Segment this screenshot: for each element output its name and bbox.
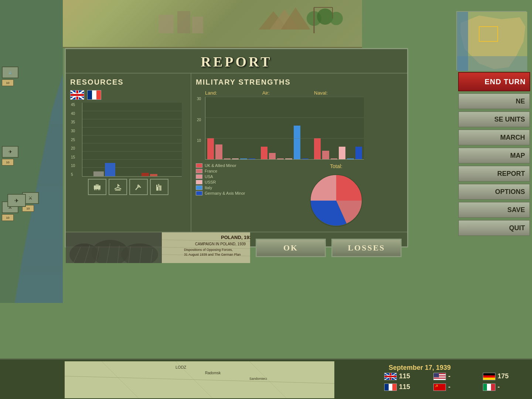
- poland-map-inset: POLAND, 1939 CAMPAIGN IN POLAND, 1939 Di…: [162, 232, 250, 263]
- naval-bar-usa: [331, 158, 337, 159]
- mil-grid-30: [205, 97, 364, 97]
- report-button[interactable]: REPORT: [458, 166, 530, 182]
- march-button[interactable]: MARCH: [458, 129, 530, 146]
- dialog-bottom-row: POLAND, 1939 CAMPAIGN IN POLAND, 1939 Di…: [66, 232, 407, 263]
- se-units-label: SE UNITS: [494, 116, 525, 123]
- legend-color-ussr: [196, 180, 202, 184]
- france-flag: [87, 90, 101, 100]
- svg-rect-28: [156, 187, 158, 191]
- troops-svg: [66, 232, 162, 263]
- svg-text:31 August 1939 and The German : 31 August 1939 and The German Plan: [184, 253, 241, 256]
- legend-color-italy: [196, 185, 202, 190]
- production-icon: [155, 183, 164, 191]
- minimap-svg: [457, 12, 527, 71]
- quit-button[interactable]: QUIT: [458, 220, 530, 236]
- status-france-count: 115: [399, 383, 410, 391]
- naval-bar-italy: [347, 158, 354, 159]
- end-turn-button[interactable]: END TURN: [458, 72, 530, 91]
- category-labels: Land: Air: Naval:: [205, 90, 403, 96]
- legend-label-uk: UK & Allied Minor: [205, 163, 236, 168]
- naval-label: Naval:: [314, 90, 362, 96]
- ok-button[interactable]: OK: [256, 239, 326, 257]
- air-bar-usa: [277, 158, 284, 159]
- left-unit-num-2: 10: [2, 159, 14, 166]
- air-bar-france: [269, 153, 276, 159]
- status-germany: 175: [483, 372, 525, 380]
- resources-panel: RESOURCES 45: [66, 74, 191, 232]
- y-label-15: 15: [71, 155, 75, 159]
- report-title: REPORT: [66, 49, 407, 73]
- bar-red-2: [150, 174, 157, 176]
- svg-point-6: [330, 12, 343, 25]
- status-uk: 115: [384, 372, 426, 380]
- resource-icon-buttons: [70, 179, 186, 195]
- ground-icon: [93, 183, 102, 191]
- resources-chart: 45 40 35 30 25 20 15 10 5: [82, 103, 186, 177]
- status-france-flag: [384, 383, 397, 391]
- pie-total-label: Total:: [330, 163, 342, 169]
- report-dialog: REPORT RESOURCES: [65, 48, 408, 248]
- naval-bar-uk: [314, 138, 321, 159]
- ne-label: NE: [516, 98, 525, 105]
- y-label-35: 35: [71, 120, 75, 124]
- legend-item-uk: UK & Allied Minor: [196, 163, 270, 168]
- save-button[interactable]: SAVE: [458, 202, 530, 218]
- grid-line-2: [82, 119, 182, 119]
- legend-item-germany: Germany & Axis Minor: [196, 191, 270, 195]
- grid-line-3: [82, 127, 182, 127]
- status-ussr: ☭ -: [433, 383, 475, 391]
- legend-item-ussr: USSR: [196, 180, 270, 184]
- left-unit-plane: ✈: [7, 194, 26, 207]
- se-units-button[interactable]: SE UNITS: [458, 111, 530, 127]
- losses-button[interactable]: LOSSES: [331, 239, 402, 257]
- status-uk-ch: [385, 376, 396, 377]
- status-ussr-flag: ☭: [433, 383, 446, 391]
- legend-item-italy: Italy: [196, 185, 270, 190]
- air-bar-uk: [261, 147, 267, 159]
- left-unit-1: ⚓: [2, 66, 18, 78]
- legend-color-france: [196, 169, 202, 173]
- legend-item-usa: USA: [196, 174, 270, 179]
- usa-stripe3: [434, 379, 446, 380]
- left-unit-2: ✈: [2, 146, 18, 158]
- resource-btn-ground[interactable]: [88, 179, 106, 195]
- resource-btn-mining[interactable]: [129, 179, 148, 195]
- legend-label-italy: Italy: [205, 185, 212, 190]
- svg-rect-31: [158, 184, 159, 187]
- resources-title: RESOURCES: [70, 78, 186, 86]
- ne-button[interactable]: NE: [458, 93, 530, 109]
- uk-flag: [70, 90, 84, 100]
- air-bar-germany: [302, 158, 308, 159]
- quit-label: QUIT: [509, 224, 525, 232]
- svg-point-27: [137, 185, 140, 187]
- ussr-hammer: ☭: [435, 384, 438, 388]
- save-label: SAVE: [507, 206, 525, 214]
- fr-blue: [385, 384, 389, 391]
- svg-rect-8: [177, 11, 190, 33]
- military-panel: MILITARY STRENGTHS Land: Air: Naval: 30 …: [191, 74, 407, 232]
- march-label: MARCH: [500, 134, 525, 141]
- mil-y-20: 20: [197, 118, 201, 122]
- map-button[interactable]: MAP: [458, 147, 530, 164]
- svg-marker-24: [118, 184, 120, 186]
- resource-btn-production[interactable]: [150, 179, 168, 195]
- grid-line-5: [82, 143, 182, 143]
- y-label-30: 30: [71, 129, 75, 133]
- pie-allies: [310, 175, 336, 201]
- options-button[interactable]: OPTIONS: [458, 184, 530, 200]
- bar-red-1: [141, 173, 149, 176]
- svg-text:POLAND, 1939: POLAND, 1939: [221, 235, 250, 240]
- y-label-5: 5: [71, 173, 75, 177]
- left-unit-num-4: 10: [2, 214, 14, 221]
- status-germany-flag: [483, 373, 495, 380]
- military-chart-area: [205, 97, 364, 160]
- status-germany-count: 175: [498, 372, 509, 380]
- legend: UK & Allied Minor France USA USSR: [196, 163, 270, 230]
- mining-icon: [134, 183, 143, 191]
- svg-rect-9: [192, 17, 203, 33]
- status-flag-grid: 115 - 175: [384, 372, 525, 391]
- it-red: [491, 384, 495, 391]
- it-green: [483, 384, 487, 391]
- grid-line-1: [82, 111, 182, 111]
- resource-btn-naval[interactable]: [109, 179, 127, 195]
